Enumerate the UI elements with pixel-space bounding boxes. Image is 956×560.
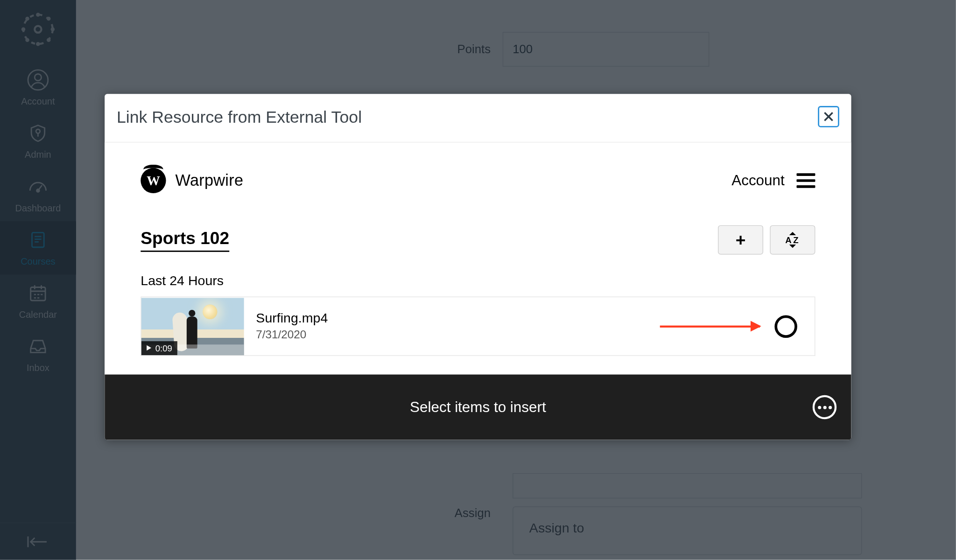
more-options-button[interactable]	[813, 395, 836, 419]
sort-button[interactable]: A Z	[770, 225, 815, 255]
warpwire-brand-name: Warpwire	[176, 171, 244, 190]
sort-az-icon: A Z	[781, 231, 804, 249]
media-list: 0:09 Surfing.mp4 7/31/2020	[141, 296, 815, 356]
dialog-footer: Select items to insert	[105, 375, 851, 440]
media-date: 7/31/2020	[256, 329, 328, 342]
warpwire-panel: W Warpwire Account Sports 102 +	[105, 143, 851, 375]
annotation-arrow	[660, 325, 760, 327]
media-thumbnail: 0:09	[141, 298, 244, 355]
warpwire-logo-icon: W	[141, 168, 166, 193]
ellipsis-icon	[817, 406, 831, 409]
plus-icon: +	[736, 230, 746, 250]
media-item[interactable]: 0:09 Surfing.mp4 7/31/2020	[141, 297, 815, 356]
warpwire-brand: W Warpwire	[141, 168, 243, 193]
close-button[interactable]	[818, 106, 839, 127]
media-name: Surfing.mp4	[256, 310, 328, 326]
section-heading: Last 24 Hours	[141, 273, 815, 288]
account-link[interactable]: Account	[731, 172, 785, 189]
course-title[interactable]: Sports 102	[141, 228, 229, 252]
close-icon	[823, 111, 834, 122]
svg-text:Z: Z	[793, 235, 798, 245]
svg-text:A: A	[785, 235, 791, 245]
add-button[interactable]: +	[718, 225, 763, 255]
select-radio[interactable]	[774, 315, 797, 338]
dialog-title: Link Resource from External Tool	[117, 107, 362, 126]
play-icon	[147, 345, 151, 350]
media-meta: Surfing.mp4 7/31/2020	[244, 310, 328, 342]
duration-badge: 0:09	[141, 341, 178, 355]
menu-button[interactable]	[796, 173, 815, 188]
footer-text: Select items to insert	[410, 399, 546, 416]
dialog-header: Link Resource from External Tool	[105, 94, 851, 142]
link-resource-dialog: Link Resource from External Tool W Warpw…	[105, 94, 851, 440]
